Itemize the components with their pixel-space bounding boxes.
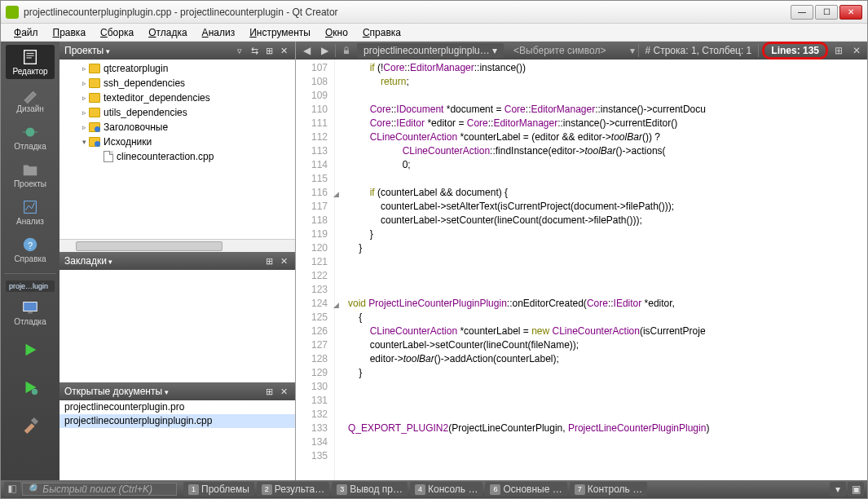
window-title: projectlinecounterpluginplugin.cpp - pro… [24, 7, 791, 18]
hammer-icon [21, 416, 39, 434]
run-debug-button[interactable] [6, 370, 55, 404]
line-gutter[interactable]: 107108109110111112113114115116◢117118119… [296, 60, 335, 480]
open-doc-item[interactable]: projectlinecounterpluginplugin.cpp [59, 414, 295, 428]
project-selector[interactable]: proje…lugin [6, 280, 55, 292]
panel-close-icon[interactable]: ✕ [277, 254, 290, 267]
lock-icon[interactable] [339, 43, 354, 58]
run-button[interactable] [6, 333, 55, 367]
open-doc-item[interactable]: projectlinecounterplugin.pro [59, 400, 295, 414]
quick-search-input[interactable]: 🔍 Быстрый поиск (Ctrl+K) [22, 483, 177, 496]
mode-help[interactable]: ? Справка [6, 232, 55, 267]
open-documents-panel: Открытые документы ⊞ ✕ projectlinecounte… [59, 382, 295, 480]
tree-label: qtcreatorplugin [104, 63, 168, 74]
file-selector[interactable]: projectlinecounterpluginplu… ▾ [357, 43, 504, 58]
split-icon[interactable]: ⊞ [262, 254, 275, 267]
svg-rect-15 [9, 486, 12, 493]
mode-projects[interactable]: Проекты [6, 157, 55, 192]
symbol-selector[interactable]: <Выберите символ> ▾ [507, 45, 634, 56]
cursor-position: # Строка: 1, Столбец: 1 [642, 45, 756, 56]
menu-отладка[interactable]: Отладка [142, 25, 193, 40]
folder-icon [89, 64, 100, 73]
tree-item[interactable]: ▹texteditor_dependencies [59, 91, 295, 105]
maximize-button[interactable]: ☐ [815, 5, 838, 20]
menu-справка[interactable]: Справка [356, 25, 408, 40]
projects-dropdown[interactable]: Проекты [64, 45, 231, 56]
mode-debug[interactable]: Отладка [6, 120, 55, 154]
minimize-button[interactable]: — [791, 5, 813, 20]
mode-design[interactable]: Дизайн [6, 82, 55, 117]
qt-icon [6, 6, 19, 19]
sync-icon[interactable]: ⇆ [248, 44, 261, 57]
opendocs-list[interactable]: projectlinecounterplugin.proprojectlinec… [59, 400, 295, 480]
mode-editor[interactable]: Редактор [6, 45, 55, 79]
menu-анализ[interactable]: Анализ [196, 25, 242, 40]
menu-правка[interactable]: Правка [46, 25, 93, 40]
sidebar-icon [7, 484, 17, 494]
output-tab-2[interactable]: 2Результа… [257, 482, 329, 497]
output-tab-4[interactable]: 4Консоль … [410, 482, 482, 497]
mode-sidebar: Редактор Дизайн Отладка Проекты Анализ ?… [1, 42, 59, 480]
folder-icon [89, 108, 100, 117]
panel-close-icon[interactable]: ✕ [277, 44, 290, 57]
progress-button[interactable]: ▣ [848, 482, 864, 497]
tree-label: clinecounteraction.cpp [117, 151, 214, 162]
build-button[interactable] [6, 408, 55, 442]
bookmarks-dropdown[interactable]: Закладки [64, 255, 261, 267]
output-tab-1[interactable]: 1Проблемы [183, 482, 254, 497]
tree-label: Исходники [104, 136, 152, 148]
output-tab-7[interactable]: 7Контроль … [570, 482, 647, 497]
svg-rect-16 [12, 486, 16, 493]
nav-back-button[interactable]: ◀ [299, 43, 314, 58]
tree-item[interactable]: ▾Исходники [59, 135, 295, 149]
folder-icon [89, 93, 100, 103]
target-debug[interactable]: Отладка [6, 295, 55, 329]
bug-icon [21, 123, 39, 141]
tree-item[interactable]: ▹ssh_dependencies [59, 76, 295, 91]
side-panels: Проекты ▿ ⇆ ⊞ ✕ ▹qtcreatorplugin▹ssh_dep… [59, 42, 296, 480]
tree-item[interactable]: ▹Заголовочные [59, 120, 295, 135]
tree-scrollbar[interactable] [59, 239, 295, 252]
tree-label: ssh_dependencies [104, 77, 185, 89]
menu-инструменты[interactable]: Инструменты [243, 25, 317, 40]
svg-rect-14 [344, 51, 349, 55]
filter-icon[interactable]: ▿ [233, 44, 246, 57]
tree-item[interactable]: clinecounteraction.cpp [59, 149, 295, 164]
svg-rect-10 [24, 302, 37, 311]
opendocs-dropdown[interactable]: Открытые документы [64, 386, 261, 397]
tree-item[interactable]: ▹qtcreatorplugin [59, 61, 295, 76]
svg-rect-13 [31, 417, 38, 425]
monitor-icon [21, 298, 39, 316]
split-icon[interactable]: ⊞ [262, 385, 275, 398]
window-titlebar: projectlinecounterpluginplugin.cpp - pro… [1, 1, 867, 24]
tree-item[interactable]: ▹utils_dependencies [59, 105, 295, 120]
code-editor[interactable]: 107108109110111112113114115116◢117118119… [296, 60, 867, 480]
mode-analyze[interactable]: Анализ [6, 195, 55, 229]
panel-close-icon[interactable]: ✕ [277, 385, 290, 398]
projects-panel-header: Проекты ▿ ⇆ ⊞ ✕ [59, 42, 295, 60]
toggle-sidebar-button[interactable] [4, 482, 20, 497]
split-editor-icon[interactable]: ⊞ [831, 43, 846, 58]
editor-toolbar: ◀ ▶ projectlinecounterpluginplu… ▾ <Выбе… [296, 42, 867, 60]
line-count-badge: Lines: 135 [762, 42, 828, 60]
folder-blue-icon [89, 122, 100, 132]
nav-forward-button[interactable]: ▶ [317, 43, 332, 58]
output-menu-button[interactable]: ▾ [830, 482, 846, 497]
close-button[interactable]: ✕ [839, 5, 862, 20]
menu-окно[interactable]: Окно [319, 25, 355, 40]
folder-blue-icon [89, 137, 100, 147]
design-icon [21, 86, 39, 104]
svg-rect-0 [24, 51, 37, 64]
close-editor-icon[interactable]: ✕ [849, 43, 864, 58]
search-icon: 🔍 [28, 484, 42, 495]
menubar: ФайлПравкаСборкаОтладкаАнализИнструменты… [1, 24, 867, 42]
output-tab-3[interactable]: 3Вывод пр… [332, 482, 408, 497]
split-icon[interactable]: ⊞ [262, 44, 275, 57]
menu-сборка[interactable]: Сборка [94, 25, 140, 40]
menu-файл[interactable]: Файл [7, 25, 45, 40]
svg-text:?: ? [28, 241, 33, 250]
code-content[interactable]: if (!Core::EditorManager::instance()) re… [335, 60, 867, 480]
analyze-icon [21, 198, 39, 216]
svg-rect-11 [28, 312, 33, 314]
projects-tree[interactable]: ▹qtcreatorplugin▹ssh_dependencies▹texted… [59, 60, 295, 239]
output-tab-6[interactable]: 6Основные … [485, 482, 566, 497]
